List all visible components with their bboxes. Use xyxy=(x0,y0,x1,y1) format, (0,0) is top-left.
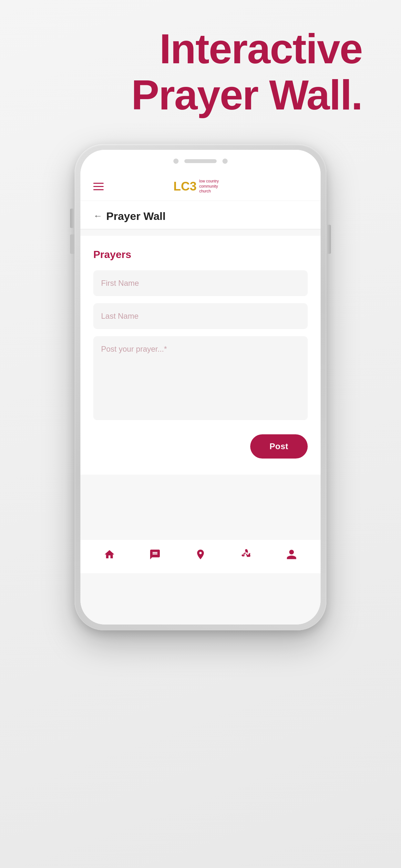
header-divider xyxy=(81,229,320,229)
current-page-title: Prayer Wall xyxy=(106,210,166,222)
phone-mockup: LC3 low country community church ← Praye… xyxy=(74,144,327,630)
front-camera-icon xyxy=(174,159,179,164)
page-title-block: Interactive Prayer Wall. xyxy=(0,0,401,137)
phone-outer-shell: LC3 low country community church ← Praye… xyxy=(74,144,327,630)
hamburger-line-2 xyxy=(93,186,104,187)
bottom-navigation xyxy=(81,539,320,573)
phone-notch xyxy=(81,150,320,173)
prayer-text-input[interactable] xyxy=(93,336,308,420)
logo-lc3-text: LC3 xyxy=(174,180,197,192)
app-header: LC3 low country community church xyxy=(81,173,320,201)
gray-spacer-section xyxy=(81,475,320,539)
back-arrow-icon[interactable]: ← xyxy=(93,211,102,221)
nav-item-chat[interactable] xyxy=(149,549,161,560)
sensor-icon xyxy=(222,159,227,164)
hamburger-line-3 xyxy=(93,189,104,190)
speaker-icon xyxy=(184,159,217,163)
nav-item-profile[interactable] xyxy=(286,549,297,560)
nav-item-location[interactable] xyxy=(195,549,206,560)
post-button[interactable]: Post xyxy=(250,434,308,459)
location-pin-icon xyxy=(195,549,206,560)
back-navigation: ← Prayer Wall xyxy=(81,201,320,229)
app-screen: LC3 low country community church ← Praye… xyxy=(81,173,320,624)
nav-item-home[interactable] xyxy=(104,549,115,560)
prayers-section-heading: Prayers xyxy=(93,249,308,260)
prayer-form-card: Prayers Post xyxy=(81,236,320,475)
hamburger-menu-button[interactable] xyxy=(93,183,104,190)
person-icon xyxy=(286,549,297,560)
last-name-input[interactable] xyxy=(93,303,308,329)
phone-inner-screen: LC3 low country community church ← Praye… xyxy=(81,150,320,624)
logo-lc: LC xyxy=(174,180,190,193)
hamburger-line-1 xyxy=(93,183,104,184)
title-line1: Interactive xyxy=(159,25,362,72)
notch-elements xyxy=(174,159,227,164)
give-hand-icon xyxy=(240,549,252,560)
app-logo: LC3 low country community church xyxy=(174,179,225,194)
post-button-row: Post xyxy=(93,434,308,459)
home-icon xyxy=(104,549,115,560)
logo-3: 3 xyxy=(190,180,197,193)
first-name-input[interactable] xyxy=(93,270,308,296)
nav-item-give[interactable] xyxy=(240,549,252,560)
title-line2: Prayer Wall. xyxy=(131,71,362,119)
chat-icon xyxy=(149,549,161,560)
logo-subtitle: low country community church xyxy=(199,179,225,194)
